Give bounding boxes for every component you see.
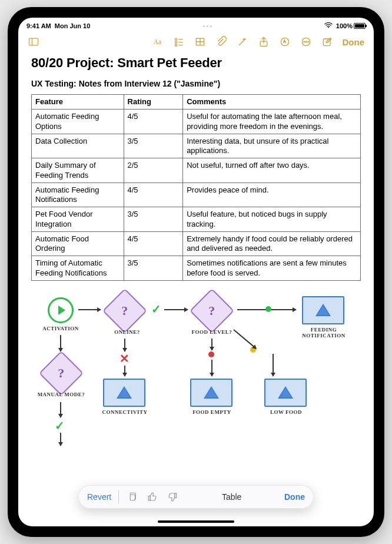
multitask-dots[interactable] <box>90 25 324 27</box>
dot-green-icon <box>265 306 271 312</box>
copy-icon[interactable] <box>126 490 139 503</box>
arrow-icon <box>60 335 61 351</box>
share-icon[interactable] <box>254 33 273 51</box>
cell-rating: 3/5 <box>124 134 183 158</box>
table-row[interactable]: Pet Food Vendor Integration 3/5 Useful f… <box>32 207 361 232</box>
status-time: 9:41 AM <box>26 22 51 29</box>
arrow-icon <box>60 433 61 446</box>
thumbs-up-icon[interactable] <box>146 490 159 503</box>
text-format-icon[interactable]: Aa <box>148 33 167 51</box>
flow-box-connectivity <box>103 379 145 407</box>
flow-box-food-empty <box>190 379 232 407</box>
flow-decision-manual: ? <box>45 357 77 389</box>
table-row[interactable]: Timing of Automatic Feeding Notification… <box>32 256 361 281</box>
table-row[interactable]: Automatic Feeding Notifications 4/5 Prov… <box>32 183 361 207</box>
feature-table[interactable]: Feature Rating Comments Automatic Feedin… <box>31 94 361 281</box>
col-feature: Feature <box>32 95 124 110</box>
dot-red-icon <box>208 351 214 357</box>
flow-decision-foodlevel: ? <box>196 295 228 327</box>
check-icon: ✓ <box>55 419 65 433</box>
status-date: Mon Jun 10 <box>55 22 91 29</box>
sidebar-toggle-icon[interactable] <box>24 33 43 51</box>
flow-label-food-empty: Food Empty <box>185 409 238 415</box>
table-row[interactable]: Automatic Food Ordering 4/5 Extremely ha… <box>32 231 361 256</box>
arrow-icon <box>211 360 212 376</box>
cell-rating: 2/5 <box>124 158 183 183</box>
flow-decision-online: ? <box>109 295 141 327</box>
col-comments: Comments <box>183 95 361 110</box>
svg-point-18 <box>307 41 308 42</box>
arrow-icon <box>164 309 188 310</box>
cell-rating: 4/5 <box>124 231 183 256</box>
cell-feature: Automatic Food Ordering <box>32 231 124 256</box>
magic-icon[interactable] <box>233 33 252 51</box>
table-header-row: Feature Rating Comments <box>32 95 361 110</box>
battery-indicator: 100% <box>336 22 366 29</box>
home-indicator[interactable] <box>158 520 234 523</box>
flow-label-online: Online? <box>101 329 154 335</box>
arrow-icon <box>211 339 212 350</box>
svg-rect-22 <box>175 493 177 498</box>
checklist-icon[interactable] <box>170 33 188 51</box>
svg-text:Aa: Aa <box>153 38 161 46</box>
cell-comments: Interesting data, but unsure of its prac… <box>183 134 361 158</box>
suggestion-mode-label: Table <box>186 492 277 502</box>
svg-point-4 <box>175 38 177 40</box>
flow-label-connectivity: Connectivity <box>98 409 151 415</box>
arrow-icon <box>233 329 257 349</box>
attachment-icon[interactable] <box>212 33 231 51</box>
table-row[interactable]: Data Collection 3/5 Interesting data, bu… <box>32 134 361 158</box>
table-row[interactable]: Daily Summary of Feeding Trends 2/5 Not … <box>32 158 361 183</box>
cell-feature: Timing of Automatic Feeding Notification… <box>32 256 124 281</box>
table-row[interactable]: Automatic Feeding Options 4/5 Useful for… <box>32 110 361 134</box>
cell-feature: Pet Food Vendor Integration <box>32 207 124 232</box>
arrow-icon <box>60 402 61 417</box>
arrow-icon <box>124 366 125 376</box>
svg-point-0 <box>328 27 329 28</box>
flow-box-feeding-notif <box>302 296 344 324</box>
svg-rect-21 <box>148 496 150 501</box>
svg-point-17 <box>305 41 307 42</box>
flow-start <box>48 297 74 323</box>
alert-icon <box>118 387 131 398</box>
flow-label-low-food: Low Food <box>260 409 313 415</box>
arrow-icon <box>124 339 125 351</box>
more-icon[interactable] <box>297 33 315 51</box>
flowchart-sketch[interactable]: Activation ? Online? ✓ ? Food Level? <box>31 288 361 453</box>
screen: 9:41 AM Mon Jun 10 100% <box>18 18 374 526</box>
status-bar: 9:41 AM Mon Jun 10 100% <box>18 18 374 32</box>
note-title: 80/20 Project: Smart Pet Feeder <box>31 55 361 71</box>
table-icon[interactable] <box>191 33 210 51</box>
cell-comments: Extremely handy if food could be reliabl… <box>183 231 361 256</box>
alert-icon <box>317 305 330 316</box>
alert-icon <box>205 387 218 398</box>
cross-icon: ✕ <box>119 351 130 366</box>
svg-point-16 <box>303 41 304 42</box>
svg-point-8 <box>175 44 177 46</box>
suggestion-bar: Revert Table Done <box>78 485 314 509</box>
cell-comments: Sometimes notifications are sent a few m… <box>183 256 361 281</box>
cell-rating: 3/5 <box>124 256 183 281</box>
thumbs-down-icon[interactable] <box>166 490 179 503</box>
ipad-frame: 9:41 AM Mon Jun 10 100% <box>8 7 384 537</box>
arrow-icon <box>78 309 101 310</box>
check-icon: ✓ <box>151 302 162 316</box>
markup-icon[interactable] <box>275 33 294 51</box>
flow-box-low-food <box>264 379 307 407</box>
done-button[interactable]: Done <box>339 37 368 47</box>
suggestion-done-button[interactable]: Done <box>284 492 305 502</box>
cell-comments: Not useful, turned off after two days. <box>183 158 361 183</box>
cell-rating: 4/5 <box>124 183 183 207</box>
compose-icon[interactable] <box>318 33 337 51</box>
arrow-icon <box>273 354 274 376</box>
note-subtitle: UX Testing: Notes from Interview 12 ("Ja… <box>31 79 361 88</box>
play-icon <box>58 306 65 315</box>
flow-label-activation: Activation <box>34 326 87 331</box>
cell-feature: Data Collection <box>32 134 124 158</box>
revert-button[interactable]: Revert <box>87 492 111 502</box>
note-body[interactable]: 80/20 Project: Smart Pet Feeder UX Testi… <box>18 52 374 526</box>
cell-feature: Daily Summary of Feeding Trends <box>32 158 124 183</box>
divider <box>118 490 119 503</box>
flow-label-feeding-notif: Feeding Notification <box>297 327 350 339</box>
alert-icon <box>279 387 292 398</box>
